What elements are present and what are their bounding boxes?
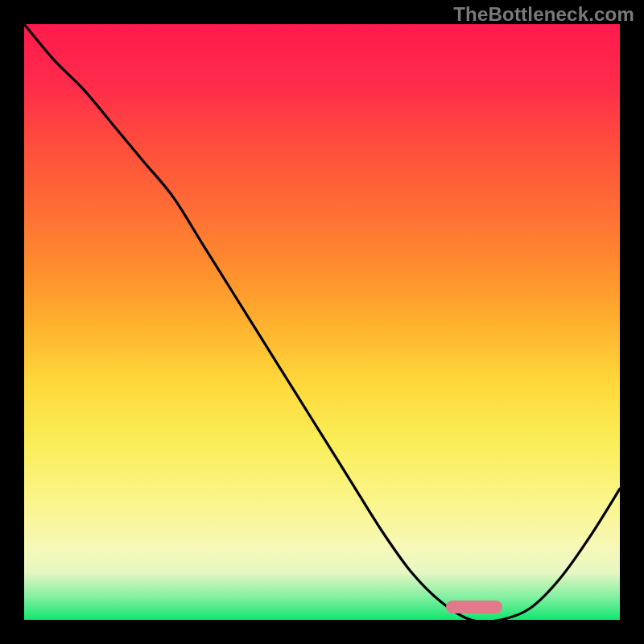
chart-frame: TheBottleneck.com xyxy=(0,0,644,644)
curve-overlay xyxy=(24,24,620,620)
plot-area xyxy=(24,24,620,620)
watermark-text: TheBottleneck.com xyxy=(453,3,634,26)
optimal-marker xyxy=(446,601,502,613)
bottleneck-curve xyxy=(24,24,620,620)
